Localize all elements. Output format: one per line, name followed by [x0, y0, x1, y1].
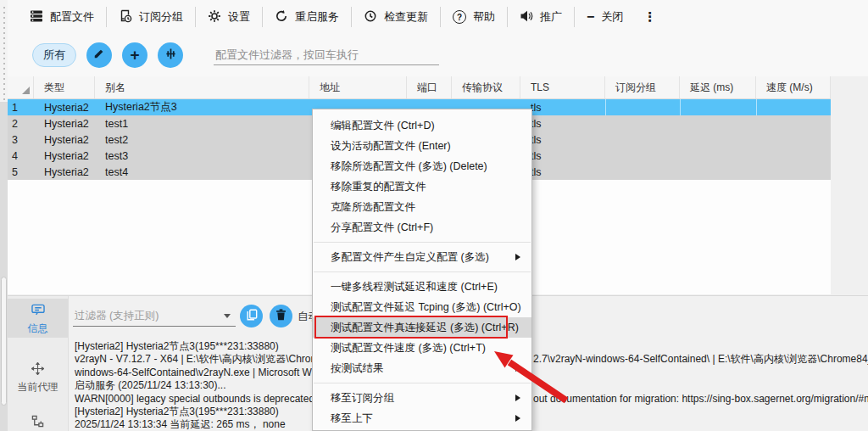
add-group-button[interactable]: +: [122, 42, 147, 68]
submenu-arrow-icon: [515, 395, 520, 401]
select-all-corner[interactable]: [8, 76, 34, 98]
chevron-down-icon: [224, 314, 231, 318]
tab-nodes[interactable]: [8, 410, 68, 431]
profiles-label: 配置文件: [50, 9, 94, 25]
menu-item[interactable]: 测试配置文件速度 (多选) (Ctrl+T): [313, 338, 531, 358]
menu-item[interactable]: 移除重复的配置文件: [313, 176, 531, 197]
restart-service-button[interactable]: 重启服务: [263, 0, 351, 34]
row-number: 4: [8, 148, 34, 164]
column-header[interactable]: 类型: [34, 76, 95, 98]
table-cell: [756, 148, 831, 164]
clear-log-button[interactable]: [270, 305, 292, 327]
table-cell: [756, 99, 831, 115]
profiles-button[interactable]: 配置文件: [18, 0, 106, 34]
menu-item-label: 移除重复的配置文件: [331, 180, 426, 194]
subscription-group-all-button[interactable]: 所有: [32, 43, 76, 67]
table-cell: [605, 148, 680, 164]
table-cell: [680, 132, 756, 148]
menu-item-label: 按测试结果: [331, 361, 384, 376]
menu-item[interactable]: 多配置文件产生自定义配置 (多选): [313, 247, 531, 267]
help-button[interactable]: ? 帮助: [441, 0, 507, 34]
menu-item[interactable]: 移至上下: [313, 408, 531, 428]
v2rayn-window: 配置文件 订阅分组 设置 重启服务 检查更新 ? 帮助 推广: [0, 0, 868, 431]
context-menu-items: 编辑配置文件 (Ctrl+D)设为活动配置文件 (Enter)移除所选配置文件 …: [313, 115, 531, 428]
column-header[interactable]: 延迟 (ms): [680, 76, 756, 98]
left-scrollbar[interactable]: [0, 0, 8, 431]
tab-info-label: 信息: [28, 322, 48, 336]
submenu-arrow-icon: [515, 415, 520, 422]
row-number: 5: [8, 164, 34, 180]
menu-item-label: 移至上下: [331, 411, 373, 426]
columns-filter-button[interactable]: [158, 42, 183, 68]
profile-filter-input[interactable]: [214, 45, 439, 65]
column-header[interactable]: 传输协议: [452, 76, 520, 98]
table-cell: Hysteria2: [34, 132, 95, 148]
submenu-arrow-icon: [515, 365, 520, 372]
menu-item-label: 测试配置文件真连接延迟 (多选) (Ctrl+R): [331, 321, 519, 335]
row-number: 1: [8, 99, 34, 115]
group-all-label: 所有: [43, 48, 65, 63]
main-toolbar: 配置文件 订阅分组 设置 重启服务 检查更新 ? 帮助 推广: [8, 0, 868, 34]
table-cell: tls: [520, 99, 605, 115]
table-cell: Hysteria2: [34, 164, 95, 180]
menu-item[interactable]: 测试配置文件真连接延迟 (多选) (Ctrl+R): [313, 317, 531, 338]
table-cell: test1: [95, 115, 309, 132]
menu-item-label: 克隆所选配置文件: [331, 200, 415, 215]
scrollbar-thumb[interactable]: [1, 277, 7, 406]
table-cell: tls: [520, 148, 605, 164]
table-cell: [680, 164, 756, 180]
menu-item[interactable]: 移除所选配置文件 (多选) (Delete): [313, 156, 531, 176]
menu-item-label: 编辑配置文件 (Ctrl+D): [331, 119, 435, 133]
menu-item[interactable]: 分享配置文件 (Ctrl+F): [313, 217, 531, 238]
menu-item[interactable]: 测试配置文件延迟 Tcping (多选) (Ctrl+O): [313, 297, 531, 317]
menu-item-label: 分享配置文件 (Ctrl+F): [331, 221, 433, 235]
promotion-button[interactable]: 推广: [508, 0, 574, 34]
copy-icon: [246, 309, 258, 324]
menu-item[interactable]: 设为活动配置文件 (Enter): [313, 136, 531, 156]
tab-current-proxy-label: 当前代理: [18, 380, 58, 395]
bottom-side-tabs: 信息 当前代理: [8, 296, 69, 431]
promotion-label: 推广: [540, 9, 562, 25]
menu-item[interactable]: 按测试结果: [313, 358, 531, 378]
close-button[interactable]: − 关闭: [575, 0, 635, 34]
settings-button[interactable]: 设置: [196, 0, 262, 34]
settings-gear-icon: [208, 9, 221, 25]
menu-item-label: 测试配置文件速度 (多选) (Ctrl+T): [331, 341, 486, 355]
subscriptions-label: 订阅分组: [139, 9, 183, 25]
table-cell: [680, 148, 756, 164]
table-cell: [756, 164, 831, 180]
table-cell: [680, 99, 756, 115]
table-cell: test4: [95, 164, 309, 180]
column-header[interactable]: 地址: [309, 76, 407, 98]
tab-current-proxy[interactable]: 当前代理: [8, 357, 68, 398]
profiles-icon: [30, 9, 43, 25]
menu-separator: [314, 383, 531, 383]
table-cell: tls: [520, 164, 605, 180]
more-menu-button[interactable]: ⋮: [635, 0, 665, 34]
menu-item[interactable]: 移至订阅分组: [313, 388, 531, 408]
menu-item-label: 多配置文件产生自定义配置 (多选): [331, 250, 489, 265]
log-filter-dropdown[interactable]: 过滤器 (支持正则): [73, 306, 236, 327]
check-update-button[interactable]: 检查更新: [352, 0, 440, 34]
table-cell: Hysteria2: [34, 148, 95, 164]
menu-item[interactable]: 克隆所选配置文件: [313, 197, 531, 217]
tab-info[interactable]: 信息: [8, 299, 68, 338]
menu-item[interactable]: 编辑配置文件 (Ctrl+D): [313, 115, 531, 136]
table-cell: test3: [95, 148, 309, 164]
column-header[interactable]: 订阅分组: [605, 76, 680, 98]
column-header[interactable]: 速度 (M/s): [756, 76, 831, 98]
edit-group-button[interactable]: [86, 42, 112, 68]
column-header[interactable]: TLS: [520, 76, 605, 98]
vertical-dots-icon: ⋮: [643, 9, 656, 25]
menu-item[interactable]: 一键多线程测试延迟和速度 (Ctrl+E): [313, 277, 531, 297]
table-cell: [605, 132, 680, 148]
trash-icon: [275, 309, 287, 324]
subscriptions-button[interactable]: 订阅分组: [107, 0, 195, 34]
column-header[interactable]: 别名: [95, 76, 309, 98]
column-header[interactable]: 端口: [407, 76, 452, 98]
copy-log-button[interactable]: [240, 305, 263, 327]
menu-item-label: 测试配置文件延迟 Tcping (多选) (Ctrl+O): [331, 300, 521, 315]
minimize-icon: −: [587, 9, 594, 25]
table-cell: [680, 115, 756, 132]
pencil-icon: [93, 48, 105, 63]
